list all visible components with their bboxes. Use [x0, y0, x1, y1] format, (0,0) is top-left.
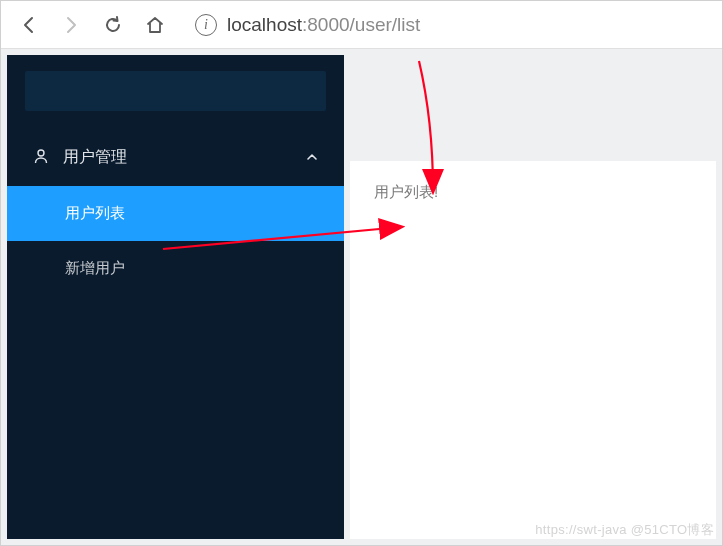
url-text: localhost:8000/user/list [227, 14, 420, 36]
menu-item-label: 用户列表 [65, 204, 125, 221]
menu-item-user-list[interactable]: 用户列表 [7, 186, 344, 241]
menu-group-user-mgmt[interactable]: 用户管理 [7, 129, 344, 186]
brand-placeholder [25, 71, 326, 111]
sidebar: 用户管理 用户列表 新增用户 [7, 55, 344, 539]
url-port-path: :8000/user/list [302, 14, 420, 35]
menu-item-add-user[interactable]: 新增用户 [7, 241, 344, 296]
reload-button[interactable] [103, 15, 123, 35]
chevron-up-icon [306, 149, 318, 167]
forward-button[interactable] [61, 15, 81, 35]
back-button[interactable] [19, 15, 39, 35]
home-button[interactable] [145, 15, 165, 35]
address-bar[interactable]: i localhost:8000/user/list [195, 14, 420, 36]
main-content: 用户列表! [350, 161, 716, 539]
browser-toolbar: i localhost:8000/user/list [1, 1, 722, 49]
content-text: 用户列表! [374, 183, 438, 200]
main-panel: 用户列表! [350, 55, 716, 539]
menu-group-label: 用户管理 [63, 147, 306, 168]
menu-item-label: 新增用户 [65, 259, 125, 276]
url-host: localhost [227, 14, 302, 35]
content-area: 用户管理 用户列表 新增用户 用户列表! [1, 49, 722, 545]
watermark: https://swt-java @51CTO博客 [535, 521, 714, 539]
person-icon [33, 148, 49, 168]
main-header-gap [350, 55, 716, 161]
svg-point-0 [38, 150, 44, 156]
info-icon[interactable]: i [195, 14, 217, 36]
